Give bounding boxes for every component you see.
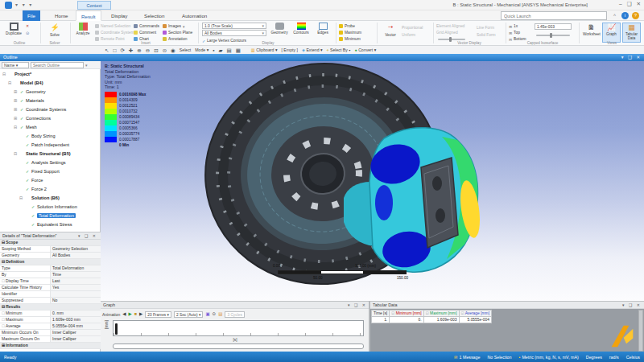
tree-item-fixed-support[interactable]: ✓Fixed Support — [0, 167, 101, 175]
edge-filter-icon[interactable]: ▰ — [219, 47, 223, 54]
worksheet-view-button[interactable]: 🗎 Worksheet — [582, 23, 601, 43]
tab-selection[interactable]: Selection — [139, 10, 169, 21]
graph-panel-controls[interactable]: ▾ ❑ ✕ — [348, 302, 367, 309]
find-icon[interactable]: ⊙ — [26, 31, 29, 35]
tree-item-project[interactable]: ⊟Project* — [0, 69, 101, 78]
vertex-filter-icon[interactable]: ▪ — [213, 47, 214, 54]
scale-dropdown[interactable]: 1.0 (True Scale)▾ — [202, 23, 266, 29]
minimize-button[interactable]: – — [619, 1, 622, 7]
pan-icon[interactable]: ✚ — [129, 47, 133, 54]
details-panel-controls[interactable]: ▾ ❑ ✕ — [78, 232, 97, 240]
graph-view-button[interactable]: 📈 Graph — [602, 23, 621, 43]
tab-display[interactable]: Display — [106, 10, 132, 21]
minimum-button[interactable]: Minimum — [339, 36, 361, 42]
box-select-icon[interactable]: □ — [113, 47, 116, 54]
col-minimum[interactable]: ☑ Minimum [mm] — [390, 311, 423, 317]
maximum-button[interactable]: Maximum — [339, 30, 361, 35]
target-icon[interactable]: ◉ — [171, 47, 175, 54]
filter-options-icon[interactable]: ▾ — [85, 63, 88, 68]
vector-button[interactable]: ➝ Vector — [380, 22, 401, 37]
status-degrees[interactable]: Degrees — [586, 355, 602, 360]
bodies-dropdown[interactable]: All Bodies▾ — [202, 30, 266, 36]
mode-dropdown[interactable]: Mode ▾ — [195, 47, 208, 52]
duration-dropdown[interactable]: 2 Sec (Auto) ▾ — [174, 311, 203, 318]
delete-icon[interactable]: ✕ — [26, 23, 29, 28]
extend-dropdown[interactable]: ◈ Extend ▾ — [302, 47, 323, 52]
commands-button[interactable]: Commands — [134, 23, 159, 29]
tree-item-connections[interactable]: ⊞✓Connections — [0, 113, 101, 122]
solve-button[interactable]: ⚡ Solve — [44, 22, 65, 37]
geometry-button[interactable]: Geometry — [269, 22, 290, 35]
tree-item-analysis-settings[interactable]: ✓Analysis Settings — [0, 158, 101, 167]
capped-value-box[interactable]: 1.45e-003 — [535, 23, 572, 30]
outline-panel-controls[interactable]: ▾ ❑ ✕ — [621, 54, 642, 61]
tree-item-mesh[interactable]: ⊟✓Mesh — [0, 122, 101, 131]
status-messages[interactable]: ✉1 Message — [454, 355, 480, 360]
clipboard-dropdown[interactable]: ▥ Clipboard ▾ — [251, 47, 278, 52]
capped-slider[interactable] — [536, 35, 570, 36]
tabular-panel-controls[interactable]: ▾ ❑ ✕ — [622, 302, 642, 309]
status-units[interactable]: •Metric (mm, kg, N, s, mV, mA) — [519, 355, 579, 360]
tree-item-force[interactable]: ✓Force — [0, 175, 101, 184]
tree-item-body-sizing[interactable]: ✓Body Sizing — [0, 131, 101, 140]
app-icon[interactable] — [5, 2, 12, 9]
result-sets-icon[interactable]: ▤ — [218, 311, 222, 318]
col-maximum[interactable]: ☑ Maximum [mm] — [423, 311, 459, 317]
tree-item-solution[interactable]: ⊟Solution (B6) — [0, 193, 101, 202]
analyze-button[interactable]: Analyze — [72, 22, 93, 35]
tree-item-materials[interactable]: ⊞✓Materials — [0, 96, 101, 105]
graphics-viewport[interactable]: B: Static Structural Total Deformation T… — [101, 61, 644, 301]
frames-dropdown[interactable]: 20 Frames ▾ — [145, 311, 171, 318]
quick-access-toolbar[interactable]: ▾ ▾ ▾ — [15, 2, 33, 7]
name-filter-dropdown[interactable]: Name ▾ — [2, 62, 29, 68]
quick-launch[interactable] — [501, 11, 607, 20]
refresh-icon[interactable]: i — [621, 12, 629, 19]
probe-button[interactable]: Probe — [339, 23, 355, 29]
zoom-in-icon[interactable]: ⊕ — [137, 47, 141, 54]
status-celsius[interactable]: Celsius — [626, 355, 640, 360]
graph-plot-area[interactable] — [113, 320, 364, 336]
tree-item-patch-independent[interactable]: ✓Patch Independent — [0, 140, 101, 149]
col-average[interactable]: ☑ Average [mm] — [459, 311, 492, 317]
images-button[interactable]: Images▾ — [163, 23, 185, 29]
vertical-scrollbar[interactable] — [638, 310, 643, 352]
rotate-icon[interactable]: ⟳ — [120, 47, 124, 54]
maximize-button[interactable]: ❑ — [627, 1, 632, 7]
face-filter-icon[interactable]: ▤ — [227, 47, 232, 54]
capped-1x-button[interactable]: ⊞1x — [509, 23, 518, 29]
step-forward-icon[interactable]: ▶ — [139, 311, 142, 318]
tree-item-coordinate-systems[interactable]: ⊞✓Coordinate Systems — [0, 105, 101, 113]
play-icon[interactable]: ▶ — [128, 311, 131, 318]
tab-file[interactable]: File — [23, 10, 40, 21]
zoom-graph-icon[interactable]: ⊙ — [213, 311, 217, 318]
convert-dropdown[interactable]: ● Convert ▾ — [355, 47, 377, 52]
comment-button[interactable]: Comment — [134, 30, 156, 35]
time-slider[interactable] — [113, 343, 364, 349]
capped-top-button[interactable]: ⊞Top — [509, 30, 520, 35]
help-icon[interactable]: ? — [632, 12, 639, 19]
body-filter-icon[interactable]: ▦ — [236, 47, 241, 54]
pointer-icon[interactable]: ↖ — [105, 47, 109, 54]
tab-result[interactable]: Result — [76, 10, 101, 21]
table-row[interactable]: 1. 0. 1.609e-003 5.0555e-004 — [372, 317, 492, 323]
export-video-icon[interactable]: ▣ — [205, 311, 209, 318]
tree-item-total-deformation[interactable]: ✓Total Deformation — [0, 211, 101, 220]
search-outline-input[interactable] — [31, 63, 83, 68]
duplicate-button[interactable]: Duplicate — [3, 22, 24, 35]
step-back-icon[interactable]: ◀ — [122, 311, 126, 318]
details-row[interactable]: TypeTotal Deformation — [0, 265, 101, 272]
contours-button[interactable]: Contours — [291, 22, 312, 35]
probe-cursor-icon[interactable]: ⊙ — [163, 47, 167, 54]
tree-item-equivalent-stress[interactable]: ✓Equivalent Stress — [0, 220, 101, 228]
search-outline-box[interactable] — [31, 62, 84, 68]
tree-item-static-structural[interactable]: ⊟Static Structural (B5) — [0, 149, 101, 158]
tree-item-force-2[interactable]: ✓Force 2 — [0, 184, 101, 193]
select-label[interactable]: Select — [180, 47, 191, 52]
tree-item-geometry[interactable]: ⊞✓Geometry — [0, 87, 101, 96]
section-plane-button[interactable]: Section Plane — [163, 30, 192, 35]
quick-launch-input[interactable] — [502, 12, 606, 19]
tabular-data-view-button[interactable]: ▦ Tabular Data — [622, 23, 641, 43]
zoom-out-icon[interactable]: ⊖ — [146, 47, 150, 54]
stop-icon[interactable]: ■ — [134, 311, 137, 318]
close-button[interactable]: ✕ — [637, 1, 641, 7]
